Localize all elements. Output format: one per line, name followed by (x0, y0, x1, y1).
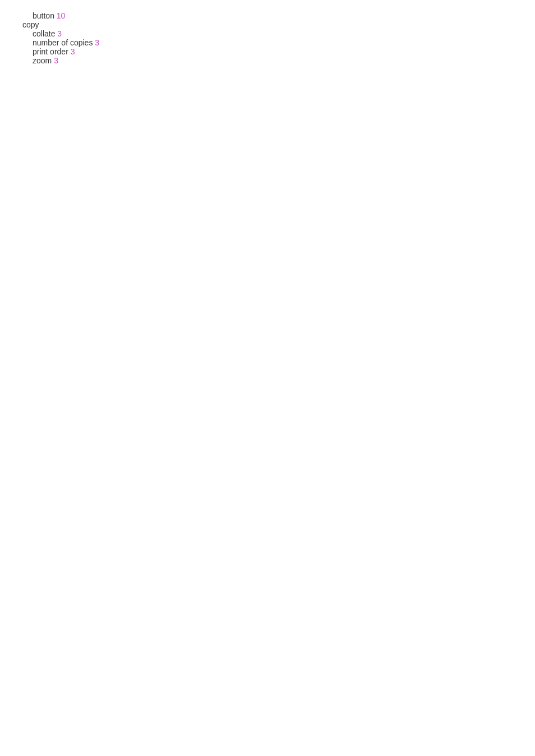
entry-text: print order (33, 47, 68, 56)
left-column: button 10copycollate 3number of copies 3… (22, 11, 273, 65)
page-number: 3 (54, 56, 58, 65)
page-number: 10 (57, 11, 66, 20)
index-page: button 10copycollate 3number of copies 3… (22, 11, 513, 65)
page-number: 3 (95, 38, 99, 47)
index-entry: copy (22, 20, 262, 29)
entry-text: collate (33, 29, 55, 38)
index-entry: print order 3 (22, 47, 262, 56)
right-column (273, 11, 513, 65)
entry-text: button (33, 11, 54, 20)
entry-text: number of copies (33, 38, 93, 47)
page-number: 3 (71, 47, 75, 56)
entry-text: zoom (33, 56, 52, 65)
page-number: 3 (57, 29, 62, 38)
index-entry: number of copies 3 (22, 38, 262, 47)
index-entry: zoom 3 (22, 56, 262, 65)
index-entry: collate 3 (22, 29, 262, 38)
index-entry: button 10 (22, 11, 262, 20)
entry-text: copy (22, 20, 39, 29)
